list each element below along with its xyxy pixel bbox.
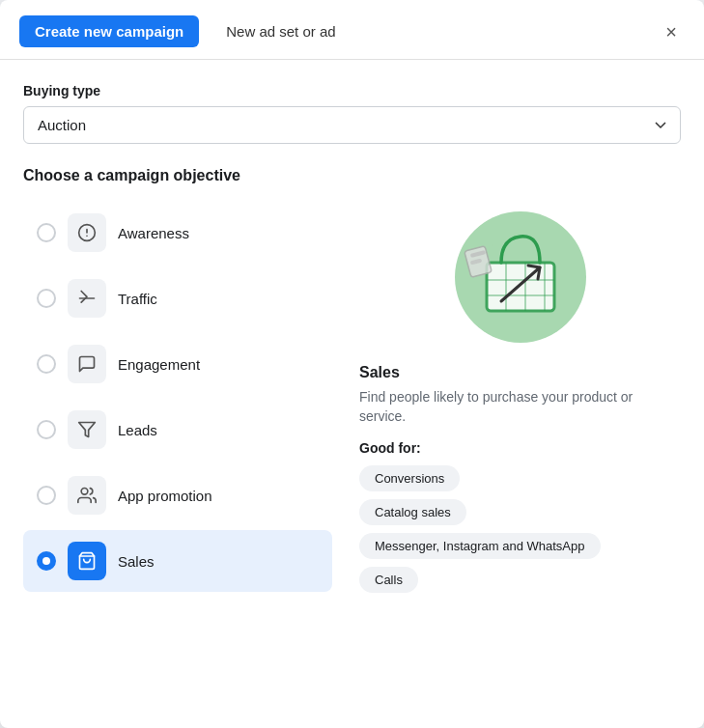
radio-sales-inner: [42, 557, 50, 565]
sales-label: Sales: [118, 553, 155, 570]
radio-engagement: [37, 354, 56, 374]
radio-leads: [37, 420, 56, 439]
modal-header: Create new campaign New ad set or ad ×: [0, 0, 704, 60]
objectives-list: Awareness Traffic: [23, 202, 332, 593]
good-for-tags: Conversions Catalog sales Messenger, Ins…: [359, 465, 681, 593]
awareness-icon: [77, 223, 97, 242]
tag-messenger: Messenger, Instagram and WhatsApp: [359, 533, 601, 559]
engagement-icon-wrap: [68, 345, 106, 383]
modal-body: Buying type Auction Reach and Frequency …: [0, 60, 704, 728]
objectives-container: Awareness Traffic: [23, 202, 681, 593]
traffic-icon: [77, 289, 97, 308]
leads-icon: [77, 420, 97, 439]
svg-point-1: [81, 489, 88, 495]
app-promotion-icon-wrap: [68, 476, 106, 515]
tag-catalog-sales: Catalog sales: [359, 499, 466, 525]
radio-traffic: [37, 289, 56, 308]
engagement-label: Engagement: [118, 356, 200, 373]
objective-sales[interactable]: Sales: [23, 530, 332, 592]
tab-new-ad-set[interactable]: New ad set or ad: [211, 15, 351, 47]
close-button[interactable]: ×: [658, 18, 685, 45]
sales-illustration: [359, 210, 681, 345]
tag-calls: Calls: [359, 567, 418, 593]
traffic-label: Traffic: [118, 291, 157, 307]
objective-detail-panel: Sales Find people likely to purchase you…: [332, 202, 681, 593]
tag-conversions: Conversions: [359, 465, 460, 491]
objective-engagement[interactable]: Engagement: [23, 333, 332, 395]
radio-app-promotion: [37, 486, 56, 505]
objective-leads[interactable]: Leads: [23, 399, 332, 461]
campaign-objective-title: Choose a campaign objective: [23, 167, 681, 184]
traffic-icon-wrap: [68, 279, 106, 318]
tab-create-campaign[interactable]: Create new campaign: [19, 15, 199, 47]
leads-label: Leads: [118, 422, 157, 438]
sales-icon-wrap: [68, 542, 106, 580]
create-campaign-modal: Create new campaign New ad set or ad × B…: [0, 0, 704, 728]
objective-app-promotion[interactable]: App promotion: [23, 464, 332, 526]
engagement-icon: [77, 354, 97, 374]
app-promotion-label: App promotion: [118, 488, 212, 504]
svg-marker-0: [79, 423, 96, 437]
radio-awareness: [37, 223, 56, 242]
good-for-label: Good for:: [359, 440, 681, 456]
detail-description: Find people likely to purchase your prod…: [359, 387, 681, 427]
awareness-label: Awareness: [118, 225, 189, 241]
detail-title: Sales: [359, 364, 681, 381]
radio-sales: [37, 551, 56, 571]
cart-illustration-svg: [453, 210, 588, 345]
awareness-icon-wrap: [68, 213, 106, 252]
buying-type-section: Buying type Auction Reach and Frequency …: [23, 83, 681, 144]
sales-icon: [77, 551, 97, 571]
leads-icon-wrap: [68, 410, 106, 449]
objective-awareness[interactable]: Awareness: [23, 202, 332, 264]
buying-type-select[interactable]: Auction Reach and Frequency TRP Buying: [23, 106, 681, 144]
buying-type-label: Buying type: [23, 83, 681, 98]
app-promotion-icon: [77, 486, 97, 505]
objective-traffic[interactable]: Traffic: [23, 267, 332, 329]
